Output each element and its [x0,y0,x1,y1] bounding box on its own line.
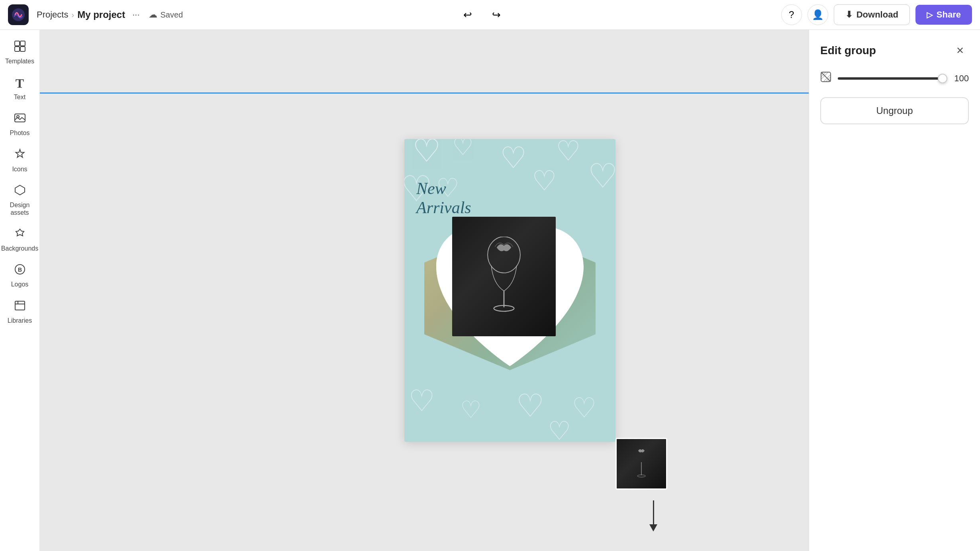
svg-text:B: B [18,267,22,273]
share-icon: ▷ [927,10,933,20]
text-icon: T [16,76,24,91]
opacity-value: 100 [949,73,969,84]
opacity-control: 100 [820,71,969,85]
text-label: Text [14,93,25,101]
floating-thumb-inner [617,439,666,488]
svg-rect-5 [15,114,25,122]
floating-arrow [649,500,657,531]
photos-icon [14,112,26,127]
templates-icon [14,40,26,55]
design-assets-icon [14,184,26,199]
panel-close-button[interactable]: ✕ [951,42,969,59]
opacity-icon [820,71,831,85]
undo-icon: ↩ [463,9,472,21]
close-icon: ✕ [956,45,964,56]
panel-title: Edit group [820,44,876,57]
photos-label: Photos [10,129,30,137]
floating-thumbnail[interactable] [615,438,667,490]
redo-icon: ↪ [492,9,501,21]
ungroup-button[interactable]: Ungroup [820,97,969,124]
heart-decoration: ♡ [408,386,435,416]
sidebar-item-photos[interactable]: Photos [2,107,38,141]
arrow-head [649,524,657,531]
breadcrumb: Projects › My project ··· ☁ Saved [37,9,183,20]
saved-label: Saved [161,10,183,20]
heart-decoration: ♡ [572,394,597,422]
svg-rect-4 [20,47,25,51]
templates-label: Templates [5,57,34,65]
account-button[interactable]: 👤 [808,4,828,25]
sidebar-item-templates[interactable]: Templates [2,35,38,70]
app-logo [8,4,29,25]
opacity-slider-track [838,77,943,80]
save-status: ☁ Saved [149,10,183,20]
logos-icon: B [14,263,26,278]
heart-decoration: ♡ [588,159,615,193]
panel-header: Edit group ✕ [820,42,969,59]
undo-button[interactable]: ↩ [457,4,478,25]
logos-label: Logos [11,280,29,288]
libraries-icon [14,300,26,314]
sidebar: Templates T Text Photos Icons Design as [0,30,40,551]
projects-link[interactable]: Projects [37,10,68,20]
new-arrivals-heading: New Arrivals [416,179,471,217]
sidebar-item-text[interactable]: T Text [2,71,38,106]
design-assets-label: Design assets [4,201,35,216]
help-button[interactable]: ? [781,4,802,25]
topbar-center: ↩ ↪ [183,4,781,25]
canvas-card[interactable]: ♡ ♡ ♡ ♡ ♡ ♡ ♡ ♡ ♡ ♡ ♡ ♡ ♡ New Arrivals [404,139,615,442]
svg-rect-9 [15,301,25,310]
icons-icon [14,148,26,163]
right-panel: Edit group ✕ 100 Ungroup [809,30,980,551]
help-icon: ? [789,9,794,20]
sidebar-item-logos[interactable]: B Logos [2,259,38,293]
more-options-button[interactable]: ··· [132,10,139,20]
heart-decoration: ♡ [452,139,474,159]
backgrounds-icon [14,227,26,242]
heart-decoration: ♡ [500,143,527,173]
svg-rect-1 [15,41,20,46]
svg-point-16 [637,475,645,477]
opacity-slider-fill [838,77,943,80]
heart-decoration: ♡ [412,139,441,167]
project-title[interactable]: My project [77,9,125,20]
heading-line2: Arrivals [416,198,471,217]
download-button[interactable]: ⬇ Download [834,4,910,25]
svg-point-12 [488,237,520,273]
icons-label: Icons [12,165,27,173]
svg-rect-3 [15,47,20,51]
topbar: Projects › My project ··· ☁ Saved ↩ ↪ ? … [0,0,980,30]
breadcrumb-sep: › [71,10,74,20]
sidebar-item-icons[interactable]: Icons [2,143,38,178]
product-img-inner [452,217,556,336]
cloud-icon: ☁ [149,10,157,20]
canvas-container: ♡ ♡ ♡ ♡ ♡ ♡ ♡ ♡ ♡ ♡ ♡ ♡ ♡ New Arrivals [120,54,900,527]
heart-decoration: ♡ [460,398,482,422]
product-image[interactable] [452,217,556,336]
account-icon: 👤 [812,9,824,20]
heart-decoration: ♡ [516,390,545,422]
heart-decoration: ♡ [548,418,571,442]
backgrounds-label: Backgrounds [1,245,38,252]
sidebar-item-design-assets[interactable]: Design assets [2,179,38,221]
svg-rect-2 [20,41,25,46]
heart-decoration: ♡ [556,139,581,165]
share-button[interactable]: ▷ Share [915,5,972,25]
opacity-slider-thumb [938,74,947,83]
topbar-right: ? 👤 ⬇ Download ▷ Share [781,4,972,25]
heart-decoration: ♡ [532,167,557,195]
sidebar-item-libraries[interactable]: Libraries [2,295,38,329]
libraries-label: Libraries [8,317,32,324]
heading-line1: New [416,179,471,198]
arrow-line [653,500,654,524]
sidebar-item-backgrounds[interactable]: Backgrounds [2,223,38,257]
share-label: Share [937,10,961,20]
download-icon: ⬇ [845,10,853,20]
redo-button[interactable]: ↪ [486,4,507,25]
download-label: Download [857,10,898,20]
